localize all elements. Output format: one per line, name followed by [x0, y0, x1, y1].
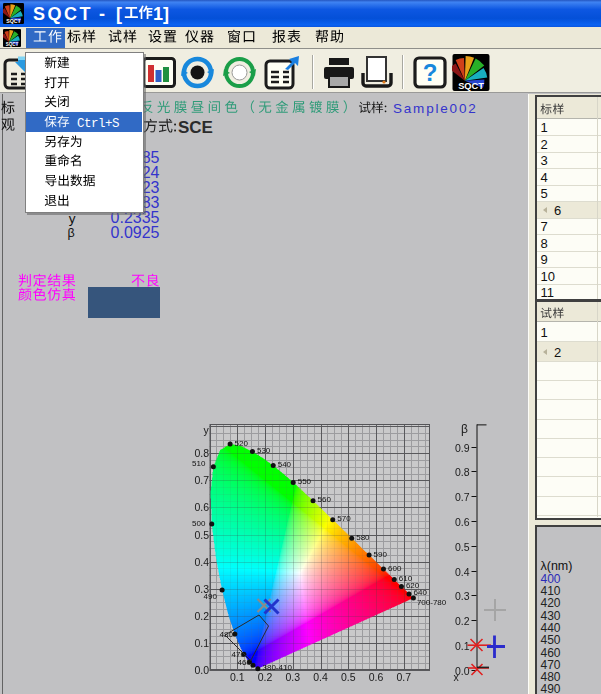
svg-text:SQCT: SQCT — [458, 81, 484, 91]
svg-text:SQCT: SQCT — [6, 18, 21, 24]
svg-text:SQCT: SQCT — [6, 42, 19, 47]
svg-text:?: ? — [423, 59, 438, 86]
